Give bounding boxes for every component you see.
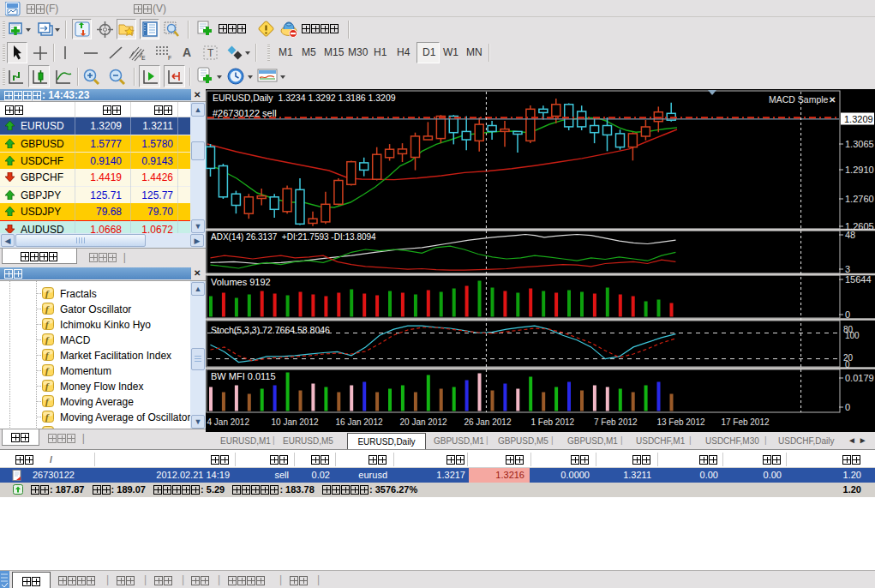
svg-text:0: 0	[845, 309, 850, 320]
svg-text:MACD Sample: MACD Sample	[769, 94, 829, 105]
svg-text:Stoch(5,3,3) 72.7664 58.8046: Stoch(5,3,3) 72.7664 58.8046	[211, 325, 330, 335]
svg-text:#26730122 sell: #26730122 sell	[213, 108, 277, 118]
svg-text:0: 0	[845, 360, 850, 369]
svg-text:EURUSD,Daily 1.3234 1.3292 1.: EURUSD,Daily 1.3234 1.3292 1.3186 1.3209	[213, 93, 396, 103]
svg-text:100: 100	[845, 331, 860, 340]
svg-text:10 Jan 2012: 10 Jan 2012	[272, 417, 319, 427]
svg-text:E: E	[141, 55, 146, 61]
svg-text:1.3209: 1.3209	[844, 114, 873, 124]
svg-text:0.0179: 0.0179	[845, 373, 874, 383]
svg-text:13 Feb 2012: 13 Feb 2012	[656, 417, 705, 427]
svg-text:Volumes 9192: Volumes 9192	[211, 277, 271, 287]
svg-text:17 Feb 2012: 17 Feb 2012	[721, 417, 770, 427]
svg-text:15644: 15644	[845, 274, 872, 285]
svg-text:ADX(14) 26.3137 +DI:21.7593 -: ADX(14) 26.3137 +DI:21.7593 -DI:13.8094	[211, 232, 376, 242]
svg-text:1 Feb 2012: 1 Feb 2012	[531, 417, 575, 427]
svg-text:4 Jan 2012: 4 Jan 2012	[207, 417, 250, 427]
svg-text:1.2760: 1.2760	[845, 194, 874, 204]
svg-text:1.3065: 1.3065	[845, 139, 874, 149]
mt4-terminal: (F) (V)	[0, 0, 875, 588]
svg-text:20 Jan 2012: 20 Jan 2012	[400, 417, 447, 427]
svg-text:26 Jan 2012: 26 Jan 2012	[464, 417, 511, 427]
svg-text:3: 3	[845, 264, 850, 274]
svg-text:T: T	[207, 47, 214, 59]
svg-text:F: F	[168, 55, 171, 61]
svg-text:0: 0	[845, 402, 850, 412]
svg-text:BW MFI 0.0115: BW MFI 0.0115	[211, 371, 276, 381]
svg-text:✕: ✕	[829, 95, 836, 105]
svg-text:7 Feb 2012: 7 Feb 2012	[594, 417, 638, 427]
svg-text:1.2910: 1.2910	[845, 165, 874, 175]
svg-text:16 Jan 2012: 16 Jan 2012	[336, 417, 383, 427]
svg-text:48: 48	[845, 230, 855, 240]
